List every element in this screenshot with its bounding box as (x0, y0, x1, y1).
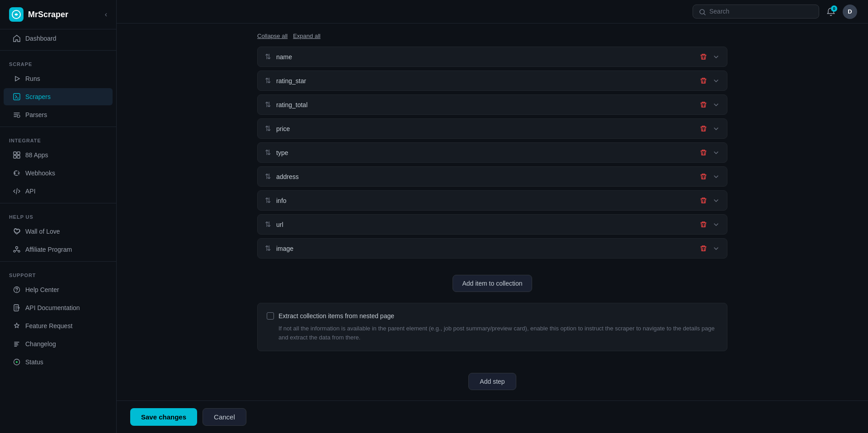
collection-item-rating-total-label: rating_total (276, 101, 700, 108)
collection-item-type-label: type (276, 149, 700, 156)
sidebar-collapse-button[interactable]: ‹ (105, 10, 107, 19)
sidebar-item-affiliate-label: Affiliate Program (25, 246, 72, 253)
helpus-section-label: Help Us (0, 206, 116, 222)
notification-count: 0 (831, 5, 837, 12)
bottom-action-bar: Save changes Cancel (117, 400, 868, 433)
collection-item-rating-star[interactable]: ⇅ rating_star (257, 71, 727, 91)
sidebar-item-api-label: API (25, 188, 36, 195)
sort-icon-address: ⇅ (265, 172, 271, 181)
expand-rating-star-button[interactable] (712, 77, 720, 85)
svg-point-10 (14, 250, 15, 252)
logo-area: MrScraper ‹ (0, 0, 116, 29)
sidebar-item-webhooks[interactable]: Webhooks (4, 165, 113, 182)
collection-item-url[interactable]: ⇅ url (257, 214, 727, 235)
sidebar-item-api-docs[interactable]: API Documentation (4, 299, 113, 316)
delete-rating-total-button[interactable] (700, 101, 707, 108)
scrapers-icon (13, 93, 21, 101)
sidebar-item-dashboard[interactable]: Dashboard (4, 30, 113, 47)
collapse-all-button[interactable]: Collapse all (257, 33, 288, 39)
sidebar-item-status[interactable]: Status (4, 353, 113, 371)
sidebar-item-webhooks-label: Webhooks (25, 169, 55, 177)
add-step-button[interactable]: Add step (468, 373, 516, 390)
cancel-button[interactable]: Cancel (203, 408, 246, 426)
svg-rect-5 (14, 155, 16, 158)
expand-image-button[interactable] (712, 245, 720, 252)
changelog-icon (13, 340, 21, 348)
sort-icon-name: ⇅ (265, 52, 271, 61)
extract-header: Extract collection items from nested pag… (267, 312, 718, 320)
affiliate-icon (13, 245, 21, 254)
sidebar-item-parsers[interactable]: Parsers (4, 106, 113, 123)
support-section-label: Support (0, 264, 116, 281)
feature-request-icon (13, 322, 21, 330)
collection-item-price-label: price (276, 125, 700, 132)
expand-address-button[interactable] (712, 173, 720, 180)
sidebar-item-dashboard-label: Dashboard (25, 35, 57, 42)
collection-item-price[interactable]: ⇅ price (257, 118, 727, 139)
svg-point-11 (18, 250, 20, 252)
search-box[interactable] (693, 5, 819, 18)
expand-name-button[interactable] (712, 53, 720, 61)
sidebar-item-api[interactable]: API (4, 183, 113, 200)
delete-info-button[interactable] (700, 197, 707, 204)
delete-price-button[interactable] (700, 125, 707, 132)
collection-item-image[interactable]: ⇅ image (257, 238, 727, 259)
delete-name-button[interactable] (700, 53, 707, 61)
collection-item-name[interactable]: ⇅ name (257, 47, 727, 67)
parsers-icon (13, 111, 21, 119)
sidebar-item-apps[interactable]: 88 Apps (4, 146, 113, 164)
sidebar: MrScraper ‹ Dashboard Scrape Runs Scrape… (0, 0, 117, 433)
sidebar-item-wall-of-love[interactable]: Wall of Love (4, 223, 113, 240)
expand-rating-total-button[interactable] (712, 101, 720, 108)
sidebar-item-runs[interactable]: Runs (4, 70, 113, 87)
expand-url-button[interactable] (712, 221, 720, 228)
collection-item-info[interactable]: ⇅ info (257, 190, 727, 211)
delete-rating-star-button[interactable] (700, 77, 707, 85)
logo-icon (9, 7, 24, 22)
notification-bell[interactable]: 0 (826, 7, 835, 16)
search-input[interactable] (709, 8, 812, 15)
collection-item-address[interactable]: ⇅ address (257, 166, 727, 187)
app-name: MrScraper (28, 10, 68, 19)
sidebar-item-wall-of-love-label: Wall of Love (25, 228, 60, 235)
delete-address-button[interactable] (700, 173, 707, 180)
collection-item-rating-total[interactable]: ⇅ rating_total (257, 94, 727, 115)
extract-section: Extract collection items from nested pag… (257, 303, 727, 351)
sort-icon-rating-total: ⇅ (265, 100, 271, 109)
heart-icon (13, 227, 21, 235)
sidebar-item-help-center-label: Help Center (25, 286, 59, 293)
sidebar-item-changelog[interactable]: Changelog (4, 335, 113, 353)
sort-icon-rating-star: ⇅ (265, 76, 271, 85)
delete-url-button[interactable] (700, 221, 707, 228)
svg-rect-3 (14, 152, 16, 155)
expand-price-button[interactable] (712, 125, 720, 132)
expand-all-button[interactable]: Expand all (293, 33, 321, 39)
extract-checkbox[interactable] (267, 312, 274, 320)
sidebar-item-scrapers[interactable]: Scrapers (4, 88, 113, 105)
sidebar-item-runs-label: Runs (25, 75, 40, 82)
delete-type-button[interactable] (700, 149, 707, 156)
collection-item-rating-star-label: rating_star (276, 77, 700, 85)
sidebar-item-status-label: Status (25, 358, 43, 366)
svg-rect-6 (17, 155, 20, 158)
sidebar-item-affiliate[interactable]: Affiliate Program (4, 241, 113, 258)
sidebar-item-api-docs-label: API Documentation (25, 304, 80, 311)
add-item-to-collection-button[interactable]: Add item to collection (453, 275, 532, 292)
expand-type-button[interactable] (712, 149, 720, 156)
sidebar-item-feature-request[interactable]: Feature Request (4, 317, 113, 334)
sort-icon-type: ⇅ (265, 148, 271, 157)
sort-icon-price: ⇅ (265, 124, 271, 133)
sidebar-item-help-center[interactable]: Help Center (4, 281, 113, 298)
expand-info-button[interactable] (712, 197, 720, 204)
scrape-section-label: Scrape (0, 53, 116, 70)
grid-icon (13, 151, 21, 159)
save-changes-button[interactable]: Save changes (130, 408, 197, 426)
user-avatar[interactable]: D (843, 5, 857, 19)
delete-image-button[interactable] (700, 245, 707, 252)
topbar: 0 D (117, 0, 868, 24)
main-area: 0 D Collapse all Expand all ⇅ name (117, 0, 868, 433)
status-icon (13, 358, 21, 366)
collection-item-type[interactable]: ⇅ type (257, 142, 727, 163)
svg-point-7 (14, 173, 16, 174)
svg-point-9 (16, 247, 18, 249)
